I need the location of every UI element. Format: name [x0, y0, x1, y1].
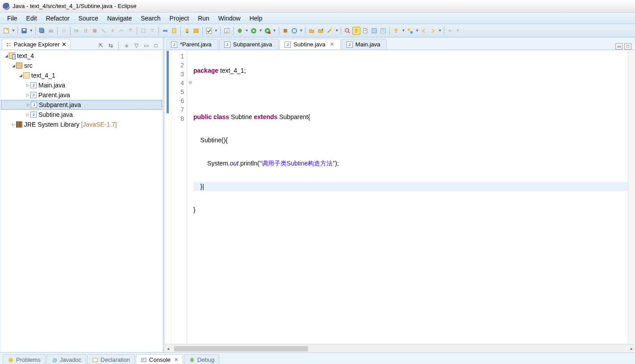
perspective-icon[interactable] — [406, 27, 414, 35]
tab-javadoc[interactable]: @ Javadoc — [46, 354, 86, 364]
link-editor-icon[interactable]: ⇆ — [107, 42, 114, 49]
tree-file-subtine[interactable]: ▷ J Subtine.java — [1, 110, 162, 120]
mark-icon[interactable] — [170, 27, 178, 35]
scroll-left-icon[interactable]: ◂ — [164, 346, 171, 351]
forward-icon[interactable] — [429, 27, 437, 35]
bookmark-icon[interactable] — [370, 27, 378, 35]
tab-console[interactable]: Console ✕ — [136, 354, 183, 364]
tab-subtine[interactable]: J Subtine.java ✕ — [280, 39, 341, 50]
console-close[interactable]: ✕ — [174, 357, 178, 363]
debug-icon[interactable] — [236, 27, 244, 35]
terminate-icon[interactable] — [91, 27, 99, 35]
build-icon[interactable] — [60, 27, 68, 35]
tab-debug[interactable]: Debug — [184, 354, 219, 364]
overview-ruler[interactable] — [628, 51, 634, 343]
annotation-icon[interactable] — [352, 27, 360, 35]
menu-refactor[interactable]: Refactor — [42, 13, 74, 23]
coverage-dropdown[interactable]: ▼ — [300, 29, 303, 33]
tree-jre[interactable]: ▷ JRE System Library [JavaSE-1.7] — [1, 120, 162, 129]
package-explorer-tab[interactable]: Package Explorer ✕ — [2, 39, 71, 50]
focus-icon[interactable]: ◈ — [123, 42, 130, 49]
step-into-icon[interactable] — [109, 27, 117, 35]
caret-icon[interactable]: ◢ — [4, 54, 9, 58]
tree-project[interactable]: ◢ text_4 — [1, 51, 162, 61]
menu-window[interactable]: Window — [214, 13, 245, 23]
nav-back-dropdown[interactable]: ▼ — [456, 29, 460, 33]
drop-frame-icon[interactable] — [139, 27, 147, 35]
nav-back-icon[interactable] — [447, 27, 455, 35]
maximize-editor-icon[interactable]: □ — [624, 43, 631, 50]
run-dropdown[interactable]: ▼ — [259, 29, 263, 33]
open-folder-icon[interactable] — [317, 27, 325, 35]
disconnect-icon[interactable] — [100, 27, 108, 35]
maximize-icon[interactable]: □ — [152, 42, 159, 49]
run-last-dropdown[interactable]: ▼ — [273, 29, 276, 33]
new-dropdown[interactable]: ▼ — [12, 29, 15, 33]
horizontal-scrollbar[interactable]: ◂ ▸ — [164, 344, 635, 352]
menu-run[interactable]: Run — [193, 13, 214, 23]
caret-icon[interactable]: ▷ — [25, 112, 30, 117]
step-over-icon[interactable] — [117, 27, 125, 35]
tab-declaration[interactable]: Declaration — [87, 354, 135, 364]
fold-icon[interactable]: ⊖ — [187, 78, 193, 87]
toggle-icon[interactable] — [161, 27, 169, 35]
tree-file-main[interactable]: ▷ J Main.java — [1, 80, 162, 90]
coverage-icon[interactable] — [290, 27, 298, 35]
print-icon[interactable] — [47, 27, 55, 35]
caret-icon[interactable]: ◢ — [11, 63, 16, 68]
collapse-all-icon[interactable]: ⇱ — [97, 42, 104, 49]
menu-edit[interactable]: Edit — [22, 13, 42, 23]
search-icon[interactable] — [343, 27, 351, 35]
new-folder-icon[interactable] — [308, 27, 316, 35]
tab-main[interactable]: J Main.java — [342, 39, 387, 50]
outline-icon[interactable] — [379, 27, 387, 35]
tab-close[interactable]: ✕ — [330, 41, 334, 47]
run-last-icon[interactable] — [263, 27, 272, 35]
menu-help[interactable]: Help — [245, 13, 267, 23]
pin-icon[interactable] — [392, 27, 400, 35]
step-filters-icon[interactable] — [148, 27, 156, 35]
pin-dropdown[interactable]: ▼ — [401, 29, 405, 33]
menu-navigate[interactable]: Navigate — [103, 13, 136, 23]
caret-icon[interactable]: ▷ — [25, 83, 30, 87]
step-return-icon[interactable] — [126, 27, 134, 35]
marker-bar[interactable] — [165, 51, 171, 343]
view-menu-icon[interactable]: ▽ — [133, 42, 140, 49]
caret-icon[interactable]: ▷ — [25, 93, 30, 97]
suspend-icon[interactable] — [82, 27, 90, 35]
wand-dropdown[interactable]: ▼ — [335, 29, 338, 33]
package-tree[interactable]: ◢ text_4 ◢ src ◢ text_4_1 ▷ J Main.java … — [1, 51, 162, 352]
check-icon[interactable] — [205, 27, 213, 35]
tree-package[interactable]: ◢ text_4_1 — [1, 70, 162, 80]
save-icon[interactable] — [20, 27, 28, 35]
menu-file[interactable]: File — [3, 13, 22, 23]
tab-parent[interactable]: J *Parent.java — [166, 39, 218, 50]
run-icon[interactable] — [250, 27, 258, 35]
tree-file-parent[interactable]: ▷ J Parent.java — [1, 90, 162, 100]
resume-icon[interactable] — [73, 27, 81, 35]
caret-icon[interactable]: ▷ — [25, 103, 31, 107]
menu-project[interactable]: Project — [165, 13, 194, 23]
fold-column[interactable]: ⊖ — [187, 51, 193, 343]
back-icon[interactable] — [420, 27, 428, 35]
caret-icon[interactable]: ◢ — [18, 73, 23, 78]
ext-tools-icon[interactable] — [281, 27, 289, 35]
code-editor[interactable]: 1 2 3 4 5 6 7 8 ⊖ package text_4_1; publ… — [165, 51, 634, 343]
menu-search[interactable]: Search — [136, 13, 165, 23]
download-icon[interactable] — [183, 27, 191, 35]
minimize-icon[interactable]: ▭ — [142, 42, 150, 49]
scrollbar-thumb[interactable] — [174, 346, 308, 352]
new-icon[interactable] — [2, 27, 10, 35]
wand-icon[interactable] — [326, 27, 334, 35]
code-content[interactable]: package text_4_1; public class Subtine e… — [193, 51, 628, 343]
minimize-editor-icon[interactable]: ▭ — [615, 43, 622, 50]
tree-src[interactable]: ◢ src — [1, 61, 162, 70]
caret-icon[interactable]: ▷ — [11, 122, 16, 127]
tab-problems[interactable]: ! Problems — [3, 354, 46, 364]
save-all-icon[interactable] — [38, 27, 46, 35]
save-dropdown[interactable]: ▼ — [29, 29, 33, 33]
tab-subparent[interactable]: J Subparent.java — [219, 39, 279, 50]
scroll-right-icon[interactable]: ▸ — [628, 346, 635, 351]
package-icon[interactable] — [192, 27, 200, 35]
check-dropdown[interactable]: ▼ — [214, 29, 218, 33]
